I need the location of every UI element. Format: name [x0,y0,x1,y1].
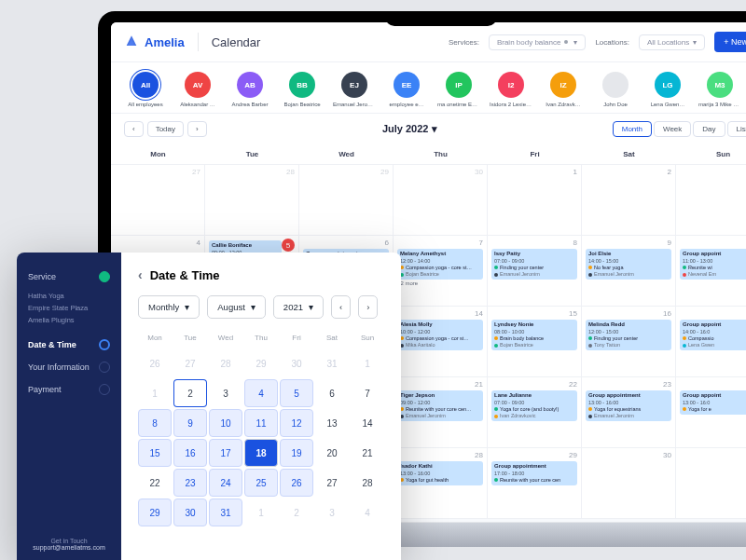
calendar-cell[interactable]: 31 [676,448,746,519]
calendar-cell[interactable]: 14 Alesia Molly 10:00 - 12:00 Compassion… [394,307,488,377]
calendar-cell[interactable]: 7 Melany Amethyst 12:00 - 14:00 Compassi… [394,236,488,307]
today-button[interactable]: Today [147,121,184,137]
calendar-cell[interactable]: 22 Lane Julianne 07:00 - 09:00 Yoga for … [488,377,582,448]
mini-day[interactable]: 19 [280,439,313,467]
calendar-event[interactable]: Group appoint 11:00 - 13:00 Reunite wi N… [680,249,746,280]
employee-chip[interactable]: EEemployee e… [385,72,428,107]
mini-day[interactable]: 12 [280,409,313,437]
calendar-event[interactable]: Group appointment 13:00 - 16:00 Yoga for… [586,390,671,421]
mini-day[interactable]: 5 [280,379,313,407]
calendar-cell[interactable]: 9 Joi Elsie 14:00 - 15:00 No fear yoga E… [582,236,676,307]
calendar-event[interactable]: Tiger Jepson 09:00 - 12:00 Reunite with … [397,390,483,421]
calendar-event[interactable]: Melinda Redd 12:00 - 15:00 Finding your … [586,320,671,350]
mini-day[interactable]: 15 [138,439,172,467]
mini-day[interactable]: 2 [173,379,207,407]
employee-chip[interactable]: M3marija 3 Mike Sober [698,72,741,107]
employee-chip[interactable]: IZIvan Zdravk… [542,72,585,107]
calendar-cell[interactable]: 23 Group appointment 13:00 - 16:00 Yoga … [582,377,676,448]
mini-day[interactable]: 4 [244,379,278,407]
calendar-event[interactable]: Issy Patty 07:00 - 09:00 Finding your ce… [491,249,577,280]
next-button[interactable]: › [187,121,207,137]
back-icon[interactable]: ‹ [138,267,143,282]
employee-chip[interactable]: ABAndrea Barber [228,72,271,107]
employee-chip[interactable]: AVAleksandar … [176,72,219,107]
step-datetime[interactable]: Date & Time [28,334,110,356]
calendar-cell[interactable]: 28 Isador Kathi 13:00 - 16:00 Yoga for g… [394,448,488,519]
calendar-event[interactable]: Melany Amethyst 12:00 - 14:00 Compassion… [397,249,483,280]
brand-logo[interactable]: Amelia [124,34,185,49]
calendar-cell[interactable]: 28 [205,165,299,236]
calendar-cell[interactable]: 2 [582,165,676,236]
calendar-cell[interactable]: 21 Tiger Jepson 09:00 - 12:00 Reunite wi… [394,377,488,448]
calendar-event[interactable]: Lane Julianne 07:00 - 09:00 Yoga for cor… [491,390,577,421]
calendar-cell[interactable]: 29 [299,165,394,236]
mini-day[interactable]: 9 [173,409,207,437]
year-select[interactable]: 2021 ▾ [273,295,324,319]
mini-day[interactable]: 8 [138,409,172,437]
step-service[interactable]: Service [28,266,110,288]
mini-day[interactable]: 13 [315,409,349,437]
calendar-cell[interactable]: 16 Melinda Redd 12:00 - 15:00 Finding yo… [582,307,676,377]
calendar-event[interactable]: Group appoint 14:00 - 16:0 Compassio Len… [680,320,746,350]
view-day[interactable]: Day [693,121,725,137]
contact-email[interactable]: support@ameliatms.com [17,544,121,551]
mini-day[interactable]: 14 [351,409,384,437]
mini-day[interactable]: 22 [138,469,172,497]
calendar-event[interactable]: Group appoint 13:00 - 16:0 Yoga for e [680,390,746,415]
employee-chip[interactable]: IPma onetime Emily Eme [437,72,480,107]
subitem[interactable]: Hatha Yoga [28,290,110,302]
step-information[interactable]: Your Information [28,356,110,378]
mini-day[interactable]: 31 [209,499,242,526]
mini-day[interactable]: 30 [173,499,207,526]
next-month-button[interactable]: › [358,295,378,319]
mini-day[interactable]: 6 [315,379,349,407]
calendar-cell[interactable]: 15 Lyndsey Nonie 08:00 - 10:00 Brain bod… [488,307,582,377]
calendar-cell[interactable]: 10 Group appoint 11:00 - 13:00 Reunite w… [676,236,746,307]
mini-day[interactable]: 17 [209,439,242,467]
employee-chip[interactable]: AllAll employees [124,72,167,107]
subitem[interactable]: Amelia Plugins [28,314,110,326]
calendar-event[interactable]: Alesia Molly 10:00 - 12:00 Compassion yo… [397,320,483,350]
employee-chip[interactable]: BBBojan Beatrice [281,72,324,107]
services-select[interactable]: Brain body balance ▾ [489,34,587,50]
month-select[interactable]: August ▾ [207,295,266,319]
month-label[interactable]: July 2022 ▾ [382,123,437,135]
employee-chip[interactable]: EJEmanuel Jeronim [333,72,376,107]
calendar-event[interactable]: Group appointment 17:00 - 18:00 Reunite … [491,461,577,485]
employee-chip[interactable]: LGLena Gwen… [646,72,689,107]
mini-day[interactable]: 21 [351,439,384,467]
step-payment[interactable]: Payment [28,378,110,401]
calendar-cell[interactable]: 24 Group appoint 13:00 - 16:0 Yoga for e [676,377,746,448]
mini-day[interactable]: 10 [209,409,242,437]
view-month[interactable]: Month [613,121,652,137]
calendar-cell[interactable]: 17 Group appoint 14:00 - 16:0 Compassio … [676,307,746,377]
calendar-event[interactable]: Isador Kathi 13:00 - 16:00 Yoga for gut … [397,461,483,485]
prev-month-button[interactable]: ‹ [331,295,351,319]
mini-day[interactable]: 26 [280,469,313,497]
calendar-cell[interactable]: 30 [582,448,676,519]
recurrence-select[interactable]: Monthly ▾ [138,295,200,319]
new-button[interactable]: + New [714,32,746,52]
calendar-cell[interactable]: 29 Group appointment 17:00 - 18:00 Reuni… [488,448,582,519]
subitem[interactable]: Empire State Plaza [28,302,110,314]
calendar-cell[interactable]: 8 Issy Patty 07:00 - 09:00 Finding your … [488,236,582,307]
calendar-cell[interactable]: 3 [676,165,746,236]
mini-day[interactable]: 29 [138,499,172,526]
view-week[interactable]: Week [654,121,691,137]
calendar-event[interactable]: Lyndsey Nonie 08:00 - 10:00 Brain body b… [491,320,577,350]
employee-chip[interactable]: John Doe [594,72,637,107]
mini-day[interactable]: 7 [351,379,384,407]
mini-day[interactable]: 25 [244,469,278,497]
calendar-event[interactable]: Joi Elsie 14:00 - 15:00 No fear yoga Ema… [586,249,671,280]
mini-day[interactable]: 16 [173,439,207,467]
calendar-cell[interactable]: 30 [394,165,488,236]
mini-day[interactable]: 27 [315,469,349,497]
mini-day[interactable]: 20 [315,439,349,467]
more-events[interactable]: +2 more [397,280,483,286]
mini-day[interactable]: 28 [351,469,384,497]
mini-day[interactable]: 24 [209,469,242,497]
mini-day[interactable]: 11 [244,409,278,437]
mini-day[interactable]: 18 [244,439,278,467]
calendar-cell[interactable]: 27 [111,165,205,236]
mini-day[interactable]: 3 [209,379,242,407]
